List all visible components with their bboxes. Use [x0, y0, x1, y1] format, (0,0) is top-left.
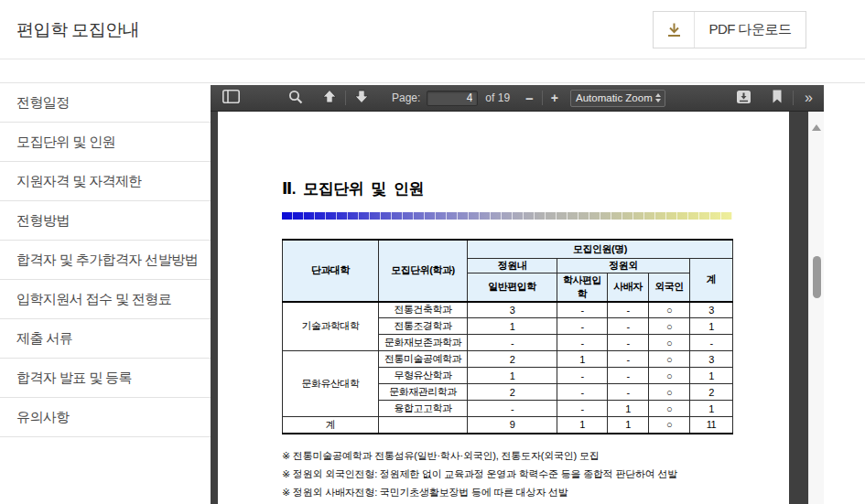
footnotes: ※ 전통미술공예학과 전통섬유(일반·학사·외국인), 전통도자(외국인) 모집…	[282, 446, 732, 504]
sidebar-item-selection[interactable]: 합격자 및 추가합격자 선발방법	[0, 241, 211, 280]
zoom-in-button[interactable]: +	[548, 89, 561, 107]
toolbar-download-button[interactable]	[733, 88, 754, 109]
more-tools-button[interactable]: »	[801, 91, 815, 105]
footnote: ※ 전통미술공예학과 전통섬유(일반·학사·외국인), 전통도자(외국인) 모집	[282, 446, 732, 465]
value-cell: 1	[468, 318, 557, 335]
col-header-regular: 일반편입학	[468, 273, 557, 302]
sidebar-toggle-button[interactable]	[220, 88, 243, 108]
page-down-button[interactable]	[351, 88, 372, 108]
col-header-bachelor: 학사편입학	[557, 273, 608, 302]
value-cell: ○	[649, 318, 690, 335]
pdf-viewer: Page: of 19 − + Automatic Zoom	[211, 85, 824, 503]
sidebar-item-units[interactable]: 모집단위 및 인원	[0, 123, 211, 162]
total-label-cell: 계	[283, 417, 379, 434]
total-dept-cell	[379, 417, 468, 434]
sidebar-item-method[interactable]: 전형방법	[0, 201, 211, 241]
page-count: of 19	[485, 91, 510, 104]
sidebar-item-documents[interactable]: 제출 서류	[0, 319, 211, 359]
value-cell: 1	[608, 401, 649, 417]
select-caret-icon	[655, 93, 661, 102]
value-cell: 1	[690, 368, 733, 384]
sidebar-item-eligibility[interactable]: 지원자격 및 자격제한	[0, 162, 211, 201]
col-header-quota-group: 모집인원(명)	[468, 240, 733, 258]
value-cell: -	[557, 318, 608, 335]
zoom-select[interactable]: Automatic Zoom	[570, 90, 665, 107]
value-cell: -	[557, 302, 608, 318]
scrollbar-thumb[interactable]	[813, 256, 821, 298]
table-row: 기술과학대학 전통건축학과 3 - - ○ 3	[283, 302, 733, 318]
value-cell: 1	[690, 401, 733, 417]
zoom-select-value: Automatic Zoom	[576, 92, 653, 103]
search-button[interactable]	[286, 88, 306, 109]
content-area: 전형일정 모집단위 및 인원 지원자격 및 자격제한 전형방법 합격자 및 추가…	[0, 82, 865, 503]
value-cell: -	[557, 384, 608, 401]
value-cell: -	[608, 384, 649, 401]
dept-cell: 전통미술공예학과	[379, 351, 468, 368]
file-download-icon	[736, 90, 751, 107]
dept-cell: 무형유산학과	[379, 368, 468, 384]
value-cell: ○	[649, 351, 690, 368]
admission-table: 단과대학 모집단위(학과) 모집인원(명) 정원내 정원외 계 일반편입학 학사…	[282, 239, 733, 434]
sidebar-item-caution[interactable]: 유의사항	[0, 398, 211, 437]
value-cell: 1	[608, 417, 649, 434]
page-header: 편입학 모집안내 PDF 다운로드	[0, 0, 865, 59]
page-title: 편입학 모집안내	[16, 18, 139, 42]
page-label: Page:	[392, 91, 420, 104]
value-cell: -	[468, 335, 557, 351]
pdf-scrollbar[interactable]	[808, 112, 824, 504]
value-cell: ○	[649, 368, 690, 384]
value-cell: -	[557, 335, 608, 351]
value-cell: 9	[468, 417, 557, 434]
sidebar-item-schedule[interactable]: 전형일정	[0, 83, 211, 123]
scroll-up-icon[interactable]	[812, 124, 821, 131]
value-cell: -	[608, 302, 649, 318]
dept-cell: 문화재보존과학과	[379, 335, 468, 351]
value-cell: -	[608, 368, 649, 384]
dept-cell: 문화재관리학과	[379, 384, 468, 401]
toolbar-divider	[542, 91, 543, 105]
bookmark-button[interactable]	[769, 88, 785, 108]
value-cell: ○	[649, 401, 690, 417]
value-cell: 11	[690, 417, 733, 434]
value-cell: -	[690, 335, 733, 351]
dept-cell: 융합고고학과	[379, 401, 468, 417]
value-cell: -	[608, 351, 649, 368]
pdf-viewer-body: Ⅱ. 모집단위 및 인원 단과대학 모집단위(학과) 모집인원(명)	[211, 112, 824, 504]
value-cell: 3	[468, 302, 557, 318]
sidebar-item-announcement[interactable]: 합격자 발표 및 등록	[0, 359, 211, 398]
arrow-up-icon	[322, 90, 337, 106]
value-cell: 1	[690, 318, 733, 335]
sidebar-item-application[interactable]: 입학지원서 접수 및 전형료	[0, 280, 211, 319]
search-icon	[288, 90, 303, 107]
value-cell: -	[608, 318, 649, 335]
value-cell: ○	[649, 335, 690, 351]
col-header-total: 계	[690, 258, 733, 302]
footnote: ※ 정원외 외국인전형: 정원제한 없이 교육과정 운영과 학력수준 등을 종합…	[282, 465, 732, 483]
col-header-unit: 모집단위(학과)	[379, 240, 468, 302]
col-header-social: 사배자	[608, 273, 649, 302]
page-up-button[interactable]	[319, 88, 340, 108]
value-cell: 1	[557, 417, 608, 434]
col-header-out-quota: 정원외	[557, 258, 690, 273]
viewer-gutter-left	[211, 112, 218, 504]
toolbar-divider	[345, 91, 346, 105]
zoom-out-button[interactable]: −	[523, 89, 536, 108]
value-cell: 2	[690, 384, 733, 401]
value-cell: 2	[468, 384, 557, 401]
college-cell: 기술과학대학	[283, 302, 379, 351]
page-number-input[interactable]	[427, 91, 478, 106]
col-header-college: 단과대학	[283, 240, 379, 302]
dept-cell: 전통건축학과	[379, 302, 468, 318]
chevron-double-right-icon: »	[805, 91, 811, 105]
col-header-foreign: 외국인	[649, 273, 690, 302]
college-cell: 문화유산대학	[283, 351, 379, 417]
gradient-bar	[282, 212, 732, 220]
pdf-download-button[interactable]: PDF 다운로드	[653, 11, 806, 48]
value-cell: -	[468, 401, 557, 417]
value-cell: 3	[690, 351, 733, 368]
value-cell: -	[557, 401, 608, 417]
footnote: ※ 정원외 사배자전형: 국민기초생활보장법 등에 따른 대상자 선발	[282, 483, 732, 501]
value-cell: 3	[690, 302, 733, 318]
dept-cell: 전통조경학과	[379, 318, 468, 335]
footnote: ※ 우리 대학교에서의 수학에 지장이 있다고 판단되는 경우에는 모집인원을 …	[282, 501, 732, 504]
